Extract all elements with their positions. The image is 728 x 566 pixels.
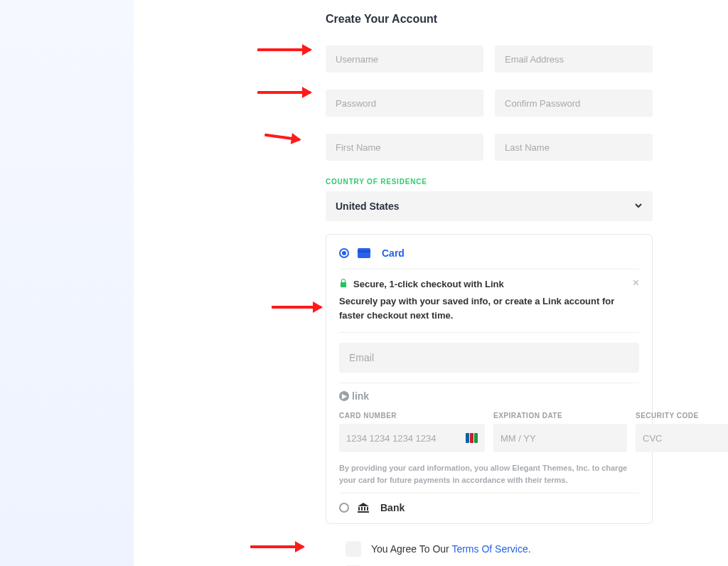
tos-text: You Agree To Our Terms Of Service. xyxy=(371,543,531,555)
lock-icon xyxy=(339,278,348,290)
annotation-arrow xyxy=(250,545,304,548)
payment-method-card[interactable]: Card xyxy=(339,245,639,269)
bank-method-label: Bank xyxy=(380,502,405,513)
card-method-label: Card xyxy=(382,247,405,259)
link-banner: × Secure, 1-click checkout with Link Sec… xyxy=(339,269,639,333)
country-select[interactable]: United States xyxy=(326,191,653,221)
payment-widget: Card × Secure, 1-click checkout with Lin… xyxy=(326,234,653,524)
left-sidebar xyxy=(0,0,134,566)
payment-disclaimer: By providing your card information, you … xyxy=(339,462,639,486)
link-brand-text: link xyxy=(352,390,369,402)
link-title: Secure, 1-click checkout with Link xyxy=(353,279,504,289)
password-input[interactable] xyxy=(326,90,483,117)
radio-card[interactable] xyxy=(339,248,349,258)
country-label: COUNTRY OF RESIDENCE xyxy=(326,178,653,186)
confirm-password-input[interactable] xyxy=(495,90,653,117)
close-icon[interactable]: × xyxy=(633,277,639,289)
first-name-input[interactable] xyxy=(326,134,483,161)
annotation-arrow xyxy=(264,134,300,142)
annotation-arrow xyxy=(257,91,311,94)
page-title: Create Your Account xyxy=(326,13,653,26)
cvc-input[interactable] xyxy=(643,424,728,452)
expiration-input[interactable] xyxy=(500,424,620,452)
radio-bank[interactable] xyxy=(339,503,349,513)
last-name-input[interactable] xyxy=(495,134,653,161)
link-description: Securely pay with your saved info, or cr… xyxy=(339,294,639,322)
username-input[interactable] xyxy=(326,46,483,73)
bank-icon xyxy=(358,503,369,513)
payment-method-bank[interactable]: Bank xyxy=(339,493,639,516)
annotation-arrow xyxy=(257,48,311,51)
jcb-icon xyxy=(466,433,478,443)
card-icon xyxy=(358,248,370,258)
play-icon: ▶ xyxy=(339,391,349,401)
email-input[interactable] xyxy=(495,46,653,73)
link-brand: ▶ link xyxy=(339,383,639,412)
tos-checkbox[interactable]: ✓ xyxy=(346,541,361,557)
link-email-input[interactable] xyxy=(339,343,639,373)
cvc-label: SECURITY CODE xyxy=(636,412,728,420)
card-number-label: CARD NUMBER xyxy=(339,412,485,420)
signup-form: Create Your Account COUNTRY OF RESIDENCE… xyxy=(326,0,653,566)
expiration-label: EXPIRATION DATE xyxy=(493,412,627,420)
card-number-input[interactable] xyxy=(346,424,466,452)
annotation-arrow xyxy=(272,306,321,309)
tos-link[interactable]: Terms Of Service xyxy=(451,543,528,555)
